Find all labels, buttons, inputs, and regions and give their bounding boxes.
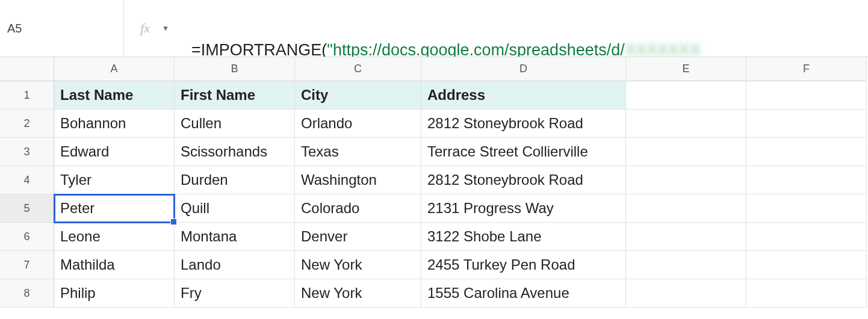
cell-E3[interactable]	[626, 138, 746, 166]
formula-lparen: (	[321, 41, 327, 57]
cell-C2[interactable]: Orlando	[295, 110, 421, 138]
cell-C6[interactable]: Denver	[295, 223, 421, 251]
row-header-3[interactable]: 3	[0, 138, 54, 166]
cell-E2[interactable]	[626, 110, 746, 138]
cell-E4[interactable]	[626, 166, 746, 194]
formula-fn: IMPORTRANGE	[201, 41, 322, 57]
formula-eq: =	[191, 41, 201, 57]
cell-B5[interactable]: Quill	[175, 194, 295, 223]
col-header-E[interactable]: E	[626, 57, 746, 81]
cell-D4[interactable]: 2812 Stoneybrook Road	[421, 166, 626, 194]
cell-E6[interactable]	[626, 223, 746, 251]
col-header-C[interactable]: C	[295, 57, 421, 81]
cell-E8[interactable]	[626, 279, 746, 308]
cell-C1[interactable]: City	[295, 81, 421, 110]
cell-F7[interactable]	[746, 251, 867, 279]
row-header-8[interactable]: 8	[0, 279, 54, 308]
row-header-1[interactable]: 1	[0, 81, 54, 110]
fx-button[interactable]: fx	[124, 0, 166, 57]
fx-icon: fx	[140, 20, 150, 36]
cell-B8[interactable]: Fry	[175, 279, 295, 308]
cell-E1[interactable]	[626, 81, 746, 110]
cell-D5[interactable]: 2131 Progress Way	[421, 194, 626, 223]
row-header-7[interactable]: 7	[0, 251, 54, 279]
cell-C4[interactable]: Washington	[295, 166, 421, 194]
cell-A6[interactable]: Leone	[54, 223, 175, 251]
cell-D6[interactable]: 3122 Shobe Lane	[421, 223, 626, 251]
cell-E7[interactable]	[626, 251, 746, 279]
select-all-corner[interactable]	[0, 57, 54, 81]
cell-C3[interactable]: Texas	[295, 138, 421, 166]
cell-A3[interactable]: Edward	[54, 138, 175, 166]
cell-C8[interactable]: New York	[295, 279, 421, 308]
cell-F8[interactable]	[746, 279, 867, 308]
cell-D8[interactable]: 1555 Carolina Avenue	[421, 279, 626, 308]
cell-F1[interactable]	[746, 81, 867, 110]
row-header-6[interactable]: 6	[0, 223, 54, 251]
formula-url-redacted1: XXXXXXX	[625, 41, 701, 57]
cell-F6[interactable]	[746, 223, 867, 251]
cell-A8[interactable]: Philip	[54, 279, 175, 308]
cell-B6[interactable]: Montana	[175, 223, 295, 251]
cell-B7[interactable]: Lando	[175, 251, 295, 279]
cell-D3[interactable]: Terrace Street Collierville	[421, 138, 626, 166]
cell-B3[interactable]: Scissorhands	[175, 138, 295, 166]
cell-F3[interactable]	[746, 138, 867, 166]
col-header-A[interactable]: A	[54, 57, 175, 81]
row-header-2[interactable]: 2	[0, 110, 54, 138]
cell-B4[interactable]: Durden	[175, 166, 295, 194]
cell-A5[interactable]: Peter	[54, 194, 175, 223]
row-header-4[interactable]: 4	[0, 166, 54, 194]
formula-input[interactable]: =IMPORTRANGE("https://docs.google.com/sp…	[166, 0, 868, 57]
cell-C5[interactable]: Colorado	[295, 194, 421, 223]
col-header-F[interactable]: F	[746, 57, 867, 81]
cell-C7[interactable]: New York	[295, 251, 421, 279]
cell-B2[interactable]: Cullen	[175, 110, 295, 138]
col-header-D[interactable]: D	[421, 57, 626, 81]
spreadsheet-grid: A B C D E F 1 Last Name First Name City …	[0, 57, 868, 308]
formula-bar: ▼ fx =IMPORTRANGE("https://docs.google.c…	[0, 0, 868, 57]
name-box-container: ▼	[0, 0, 123, 57]
formula-url-prefix: https://docs.google.com/spreadsheets/d/	[333, 41, 625, 57]
cell-E5[interactable]	[626, 194, 746, 223]
cell-F5[interactable]	[746, 194, 867, 223]
cell-F2[interactable]	[746, 110, 867, 138]
cell-A2[interactable]: Bohannon	[54, 110, 175, 138]
col-header-B[interactable]: B	[175, 57, 295, 81]
cell-D7[interactable]: 2455 Turkey Pen Road	[421, 251, 626, 279]
cell-A7[interactable]: Mathilda	[54, 251, 175, 279]
cell-B1[interactable]: First Name	[175, 81, 295, 110]
formula-quote-open1: "	[327, 41, 333, 57]
row-header-5[interactable]: 5	[0, 194, 54, 223]
cell-D1[interactable]: Address	[421, 81, 626, 110]
cell-A4[interactable]: Tyler	[54, 166, 175, 194]
cell-D2[interactable]: 2812 Stoneybrook Road	[421, 110, 626, 138]
cell-A1[interactable]: Last Name	[54, 81, 175, 110]
cell-F4[interactable]	[746, 166, 867, 194]
